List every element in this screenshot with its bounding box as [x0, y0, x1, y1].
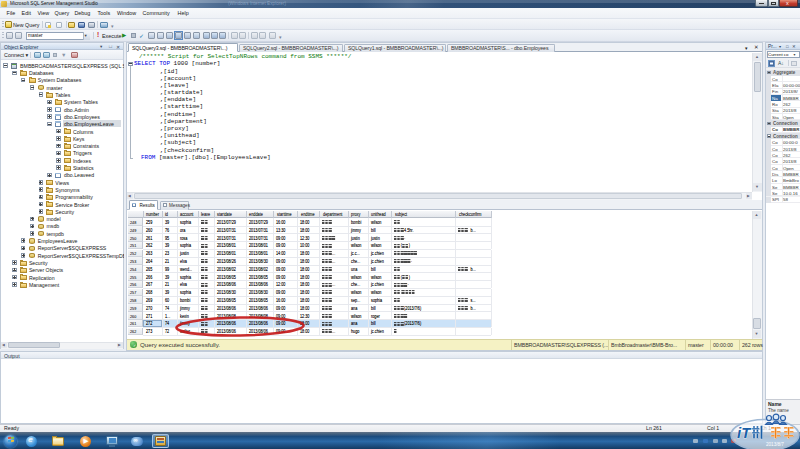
svg-text:iT: iT [737, 424, 752, 441]
